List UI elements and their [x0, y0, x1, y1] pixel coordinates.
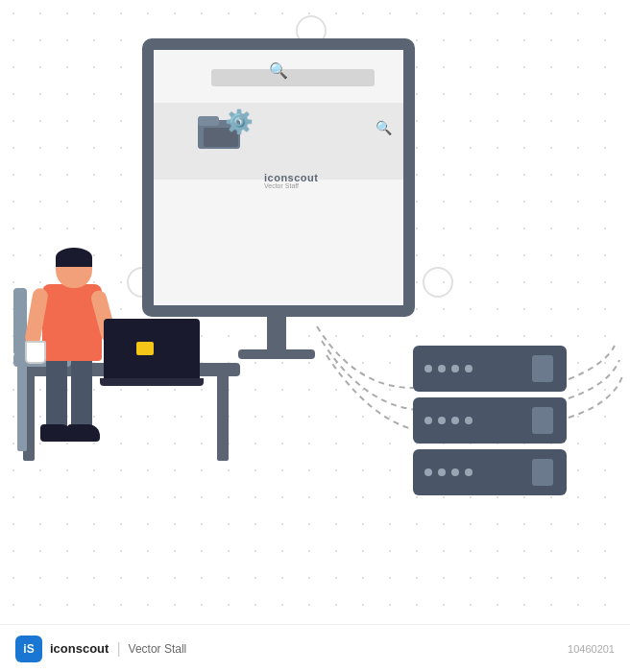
monitor-body: 🔍 ⚙️ iconscout Vector Staff 🔍	[142, 38, 415, 317]
server-panel-2	[532, 407, 553, 434]
screen-top-search-icon: 🔍	[269, 61, 288, 80]
monitor-base	[238, 349, 315, 359]
monitor-screen: 🔍 ⚙️ iconscout Vector Staff 🔍	[154, 50, 403, 305]
server-dot	[465, 365, 472, 372]
server-dots-1	[424, 365, 472, 372]
coffee-cup	[25, 341, 46, 364]
chair-leg	[17, 365, 27, 451]
server-dot	[465, 417, 472, 424]
desk-leg-right	[217, 374, 229, 461]
screen-search-bar	[211, 69, 375, 86]
laptop-sticker	[136, 342, 154, 355]
server-dot	[465, 468, 472, 476]
server-dot	[424, 417, 432, 424]
server-dot	[438, 417, 446, 424]
server-dot	[424, 365, 432, 372]
server-unit-2	[413, 397, 567, 444]
server-dot	[424, 468, 432, 476]
person-leg-left	[46, 355, 67, 432]
laptop-base	[100, 378, 204, 386]
person-shoe-right	[67, 424, 100, 442]
server-dot	[438, 468, 446, 476]
monitor-stand	[267, 315, 286, 353]
server-dot	[451, 365, 459, 372]
server-dot	[451, 468, 459, 476]
server-dots-2	[424, 417, 472, 424]
mag-circle-3	[423, 267, 453, 298]
server-dot	[438, 365, 446, 372]
gear-search-icon: ⚙️	[225, 108, 254, 135]
server-unit-3	[413, 449, 567, 495]
server-stack	[413, 346, 567, 501]
server-dots-3	[424, 468, 472, 476]
server-panel-3	[532, 459, 553, 486]
screen-right-search-icon: 🔍	[376, 120, 392, 135]
illustration-scene: 🔍 ⚙️ iconscout Vector Staff 🔍	[0, 0, 630, 672]
server-panel-1	[532, 355, 553, 382]
screen-highlight-area: ⚙️ iconscout Vector Staff 🔍	[154, 103, 403, 180]
person-hair	[56, 248, 92, 267]
screen-brand-sub: Vector Staff	[264, 182, 299, 189]
server-unit-1	[413, 346, 567, 392]
server-dot	[451, 417, 459, 424]
person-leg-right	[71, 355, 92, 432]
svg-rect-1	[198, 116, 219, 126]
